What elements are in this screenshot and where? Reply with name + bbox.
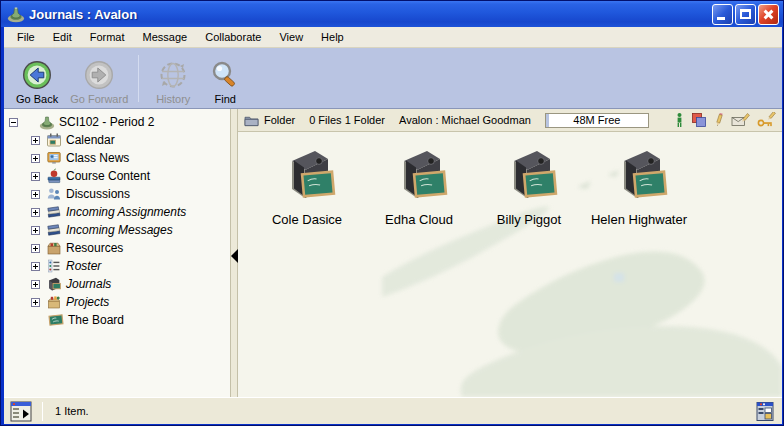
- flask-island-icon: [39, 114, 55, 130]
- roster-list-icon: [46, 258, 62, 274]
- flask-island-icon: [7, 5, 25, 23]
- folder-type-label: Folder: [264, 114, 295, 126]
- expand-plus-icon[interactable]: [31, 190, 40, 199]
- journal-item[interactable]: Billy Piggot: [474, 146, 584, 227]
- journal-item[interactable]: Edha Cloud: [364, 146, 474, 227]
- panel-splitter[interactable]: [230, 109, 238, 397]
- tree-item-journals[interactable]: Journals: [4, 275, 230, 293]
- minimize-button[interactable]: [712, 4, 733, 25]
- go-forward-icon: [83, 59, 115, 91]
- expand-plus-icon[interactable]: [31, 226, 40, 235]
- journal-item-label: Edha Cloud: [364, 212, 474, 227]
- journal-item-label: Cole Dasice: [252, 212, 362, 227]
- journal-item[interactable]: Cole Dasice: [252, 146, 362, 227]
- status-bar: 1 Item.: [4, 397, 782, 424]
- history-button[interactable]: History: [147, 51, 199, 106]
- chalkboard-icon: [48, 312, 64, 328]
- collapse-minus-icon[interactable]: [9, 118, 18, 127]
- folder-view-panel: Folder 0 Files 1 Folder Avalon : Michael…: [238, 109, 782, 397]
- app-window: Journals : Avalon File Edit Format Messa…: [0, 0, 784, 426]
- journal-item-label: Billy Piggot: [474, 212, 584, 227]
- expand-plus-icon[interactable]: [31, 208, 40, 217]
- folder-location: Avalon : Michael Goodman: [399, 114, 531, 126]
- toolbar-separator: [138, 55, 139, 102]
- tree-item-incoming-assignments[interactable]: Incoming Assignments: [4, 203, 230, 221]
- menu-edit[interactable]: Edit: [44, 29, 81, 45]
- pencil-icon[interactable]: [714, 112, 724, 128]
- expand-plus-icon[interactable]: [31, 244, 40, 253]
- statusbar-separator: [42, 402, 43, 421]
- tree-item-resources[interactable]: Resources: [4, 239, 230, 257]
- tree-item-incoming-messages[interactable]: Incoming Messages: [4, 221, 230, 239]
- layout-windows-icon[interactable]: [754, 401, 776, 422]
- overlapping-windows-icon[interactable]: [691, 112, 707, 128]
- folder-info-bar: Folder 0 Files 1 Folder Avalon : Michael…: [238, 109, 782, 132]
- item-count-label: 1 Item.: [55, 405, 89, 417]
- tree-item-sci102-period-2[interactable]: SCI102 - Period 2: [4, 113, 230, 131]
- menu-message[interactable]: Message: [134, 29, 197, 45]
- meter-fill: [546, 114, 549, 127]
- tree-item-course-content[interactable]: Course Content: [4, 167, 230, 185]
- go-back-icon: [21, 59, 53, 91]
- journal-chalkboard-icon: [278, 146, 336, 208]
- tree-item-class-news[interactable]: Class News: [4, 149, 230, 167]
- apple-books-icon: [46, 168, 62, 184]
- panel-toggle-icon[interactable]: [10, 401, 32, 422]
- expand-plus-icon[interactable]: [31, 298, 40, 307]
- folder-counts: 0 Files 1 Folder: [309, 114, 385, 126]
- title-bar[interactable]: Journals : Avalon: [1, 1, 783, 27]
- window-title: Journals : Avalon: [29, 7, 712, 22]
- projects-crate-icon: [46, 294, 62, 310]
- tree-item-discussions[interactable]: Discussions: [4, 185, 230, 203]
- maximize-button[interactable]: [735, 4, 756, 25]
- news-icon: [46, 150, 62, 166]
- tree-item-roster[interactable]: Roster: [4, 257, 230, 275]
- journal-chalkboard-icon: [500, 146, 558, 208]
- collapse-left-arrow-icon[interactable]: [231, 249, 238, 263]
- folder-contents[interactable]: Cole Dasice Edha Cloud: [238, 132, 782, 397]
- expand-plus-icon[interactable]: [31, 280, 40, 289]
- expand-plus-icon[interactable]: [31, 154, 40, 163]
- find-magnifier-icon: [209, 59, 241, 91]
- books-icon: [46, 222, 62, 238]
- journal-chalkboard-icon: [390, 146, 448, 208]
- folder-icon: [244, 114, 259, 127]
- expand-plus-icon[interactable]: [31, 136, 40, 145]
- journal-item-label: Helen Highwater: [574, 212, 704, 227]
- journal-book-icon: [46, 276, 62, 292]
- menu-view[interactable]: View: [270, 29, 312, 45]
- books-icon: [46, 204, 62, 220]
- expand-plus-icon[interactable]: [31, 172, 40, 181]
- resources-box-icon: [46, 240, 62, 256]
- find-button[interactable]: Find: [199, 51, 251, 106]
- expand-plus-icon[interactable]: [31, 262, 40, 271]
- menu-format[interactable]: Format: [81, 29, 134, 45]
- menu-help[interactable]: Help: [312, 29, 353, 45]
- free-space-label: 48M Free: [573, 114, 620, 126]
- menu-bar: File Edit Format Message Collaborate Vie…: [4, 27, 782, 48]
- close-button[interactable]: [758, 4, 779, 25]
- maximize-icon: [740, 9, 751, 19]
- go-forward-button[interactable]: Go Forward: [64, 51, 134, 106]
- key-permissions-icon[interactable]: [757, 112, 776, 128]
- course-tree-panel: SCI102 - Period 2 Calendar: [4, 109, 230, 397]
- tree-item-calendar[interactable]: Calendar: [4, 131, 230, 149]
- tree-item-the-board[interactable]: The Board: [4, 311, 230, 329]
- menu-collaborate[interactable]: Collaborate: [196, 29, 270, 45]
- toolbar: Go Back Go Forward History: [4, 48, 782, 108]
- free-space-meter: 48M Free: [545, 113, 649, 128]
- main-area: SCI102 - Period 2 Calendar: [4, 108, 782, 397]
- mail-compose-icon[interactable]: [731, 112, 750, 128]
- history-globe-icon: [157, 59, 189, 91]
- journal-chalkboard-icon: [610, 146, 668, 208]
- journal-item[interactable]: Helen Highwater: [574, 146, 704, 227]
- calendar-icon: [46, 132, 62, 148]
- go-back-button[interactable]: Go Back: [10, 51, 64, 106]
- people-icon: [46, 186, 62, 202]
- tree-item-projects[interactable]: Projects: [4, 293, 230, 311]
- minimize-icon: [717, 17, 725, 20]
- menu-file[interactable]: File: [8, 29, 44, 45]
- person-icon[interactable]: [675, 112, 684, 128]
